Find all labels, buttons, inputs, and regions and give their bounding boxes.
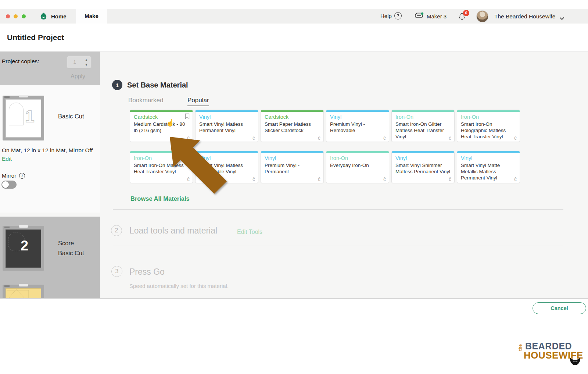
material-card[interactable]: Vinyl Premium Vinyl - Removable č [326,110,389,142]
footer-bar: Cancel [0,298,588,315]
edit-tools-link[interactable]: Edit Tools [237,229,262,235]
mat-brand-mark [4,96,10,98]
tab-popular[interactable]: Popular [187,97,209,106]
material-card[interactable]: Vinyl Smart Vinyl Shimmer Matless Perman… [391,151,455,183]
copies-value[interactable]: 1 [67,56,82,68]
machine-compat-icon: č [514,176,517,182]
stepper-up-icon[interactable]: ▲ [85,58,88,62]
divider [113,246,563,246]
mat1-cut-type: Basic Cut [58,113,84,120]
material-name: Premium Vinyl - Removable [330,121,385,133]
info-icon[interactable]: i [19,173,25,179]
material-category: Vinyl [265,155,320,161]
tab-make[interactable]: Make [76,9,107,24]
account-name[interactable]: The Bearded Housewife [494,13,555,20]
mat3-thumbnail[interactable] [3,285,44,299]
material-name: Smart Vinyl Matte Metallic Matless Perma… [461,162,516,181]
material-name: Smart Iron-On Glitter Matless Heat Trans… [395,121,451,140]
material-category: Vinyl [330,114,385,120]
notifications-button[interactable]: 6 [458,12,469,22]
mat3-surface [6,288,41,299]
material-name: Premium Vinyl - Permanent [265,162,320,175]
mat1-section: 1 Basic Cut On Mat, 12 in x 12 in Mat, M… [0,85,100,213]
material-category: Iron-On [330,155,385,161]
material-name: Smart Paper Matless Sticker Cardstock [265,121,320,133]
project-copies-label: Project copies: [2,58,39,65]
cancel-button[interactable]: Cancel [533,302,586,314]
material-name: Medium Cardstock - 80 lb (216 gsm) [134,121,189,133]
project-copies-panel: Project copies: 1 ▲ ▼ Apply [0,51,100,85]
machine-selector[interactable]: Maker 3 [415,12,447,21]
machine-compat-icon: č [514,135,517,141]
help-label: Help [380,13,392,19]
step3-title: Press Go [129,267,165,277]
material-category: Cardstock [134,114,189,120]
stepper-arrows[interactable]: ▲ ▼ [82,56,91,68]
top-bar: Home Make Help ? Maker 3 6 [0,9,588,24]
mat2-thumbnail[interactable]: 2 [3,226,44,271]
machine-compat-icon: č [449,135,451,141]
machine-compat-icon: č [318,176,320,182]
window-close-icon[interactable] [6,14,10,18]
copies-stepper[interactable]: 1 ▲ ▼ [67,56,91,68]
annotation-arrow [170,137,228,196]
mirror-label: Mirror [2,172,16,179]
machine-icon [415,12,424,21]
apply-button[interactable]: Apply [71,73,85,80]
mat-tab-notch [19,225,28,228]
bookmark-icon[interactable] [185,113,190,121]
machine-compat-icon: č [252,176,255,182]
mat2-section: 2 Score Basic Cut [0,217,100,299]
step1-circle: 1 [112,80,122,90]
machine-compat-icon: č [318,135,320,141]
beard-icon [569,355,581,368]
material-name: Smart Vinyl Shimmer Matless Permanent Vi… [395,162,451,175]
material-card[interactable]: Vinyl Premium Vinyl - Permanent č [261,151,324,183]
watermark-prefix: the [518,344,523,351]
material-category: Vinyl [395,155,451,161]
chevron-down-icon[interactable] [559,15,564,22]
material-category: Vinyl [461,155,516,161]
mat-brand-mark [4,227,10,228]
material-card[interactable]: Iron-On Smart Iron-On Glitter Matless He… [391,110,455,142]
machine-name: Maker 3 [427,13,447,19]
mat1-number: 1 [25,106,35,126]
mat3-shape-outlines [6,289,42,299]
avatar[interactable] [476,10,488,22]
help-button[interactable]: Help ? [380,12,402,19]
mat2-cut-type-1: Score [58,240,74,247]
material-card[interactable]: Iron-On Smart Iron-On Holographic Matles… [457,110,520,142]
app-window: Home Make Help ? Maker 3 6 [0,0,588,374]
material-card[interactable]: Iron-On Everyday Iron-On č [326,151,389,183]
material-category: Iron-On [395,114,451,120]
material-category: Iron-On [461,114,516,120]
material-category: Cardstock [265,114,320,120]
window-zoom-icon[interactable] [22,14,26,18]
question-icon: ? [394,12,402,19]
mat2-surface: 2 [6,229,41,268]
cricut-logo-icon[interactable] [40,12,47,22]
tab-home[interactable]: Home [51,13,67,19]
mat1-surface: 1 [6,99,41,138]
mat-settings-summary: On Mat, 12 in x 12 in Mat, Mirror Off [2,147,93,154]
divider [113,209,563,210]
mat-tab-notch [19,95,28,97]
edit-link[interactable]: Edit [2,156,12,162]
page-title: Untitled Project [7,33,64,42]
machine-compat-icon: č [449,176,451,182]
mat2-number: 2 [21,238,28,254]
stepper-down-icon[interactable]: ▼ [85,63,88,67]
machine-compat-icon: č [252,135,255,141]
window-minimize-icon[interactable] [14,14,18,18]
machine-compat-icon: č [383,135,386,141]
material-card[interactable]: Cardstock Smart Paper Matless Sticker Ca… [261,110,324,142]
mirror-toggle[interactable] [1,181,17,189]
notification-badge: 6 [463,10,469,16]
material-name: Smart Iron-On Holographic Matless Heat T… [461,121,516,140]
mat1-thumbnail[interactable]: 1 [3,96,44,140]
step1-title: Set Base Material [127,81,188,89]
material-card[interactable]: Vinyl Smart Vinyl Matte Metallic Matless… [457,151,520,183]
material-category: Vinyl [199,114,254,120]
tab-bookmarked[interactable]: Bookmarked [128,97,163,104]
arch-cut-shape [9,103,24,125]
